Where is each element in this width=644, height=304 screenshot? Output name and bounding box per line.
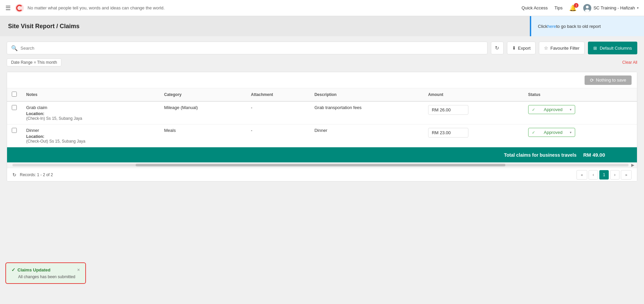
location-value: (Check-Out) Ss 15, Subang Jaya xyxy=(26,139,85,144)
attachment-cell: - xyxy=(246,101,310,124)
total-amount: RM 49.00 xyxy=(583,152,630,158)
notification-badge: 1 xyxy=(574,3,579,8)
category-cell: Meals xyxy=(159,124,246,147)
scroll-right-arrow[interactable]: ▶ xyxy=(631,163,634,167)
notification-bell[interactable]: 🔔 1 xyxy=(569,4,577,12)
claims-table-container: ⟳ Nothing to save Notes Category Attachm… xyxy=(7,72,637,182)
location-info: Location: (Check-In) Ss 15, Subang Jaya xyxy=(26,111,155,121)
claims-table: Notes Category Attachment Description Am… xyxy=(7,88,637,147)
export-icon: ⬇ xyxy=(512,45,516,51)
page-title: Site Visit Report / Claims xyxy=(8,23,80,30)
status-chevron-icon: ▾ xyxy=(570,131,571,134)
table-row: Dinner Location: (Check-Out) Ss 15, Suba… xyxy=(7,124,637,147)
check-icon: ✓ xyxy=(532,130,535,135)
location-label: Location: xyxy=(26,111,44,116)
export-button[interactable]: ⬇ Export xyxy=(507,42,536,54)
description-column-header: Description xyxy=(310,88,423,101)
pagination-controls: « ‹ 1 › » xyxy=(577,170,632,180)
prev-page-button[interactable]: ‹ xyxy=(589,170,598,180)
last-page-button[interactable]: » xyxy=(621,170,632,180)
amount-cell xyxy=(423,101,523,124)
save-spinner-icon: ⟳ xyxy=(590,78,594,83)
page-header: Site Visit Report / Claims Click here to… xyxy=(0,16,644,36)
total-bar: Total claims for business travels RM 49.… xyxy=(7,147,637,162)
toast-check-icon: ✓ xyxy=(11,267,15,272)
pagination-row: ↻ Records: 1 - 2 of 2 « ‹ 1 › » xyxy=(7,168,637,181)
nothing-to-save-button: ⟳ Nothing to save xyxy=(585,75,632,85)
select-all-checkbox[interactable] xyxy=(12,92,17,97)
search-input[interactable] xyxy=(20,46,483,51)
favourite-filter-label: Favourite Filter xyxy=(550,46,580,51)
banner-text: Click xyxy=(538,24,547,29)
row-checkbox[interactable] xyxy=(12,105,17,110)
tagline: No matter what people tell you, words an… xyxy=(28,5,521,10)
old-report-banner: Click here to go back to old report xyxy=(530,16,644,36)
tips-link[interactable]: Tips xyxy=(554,5,562,10)
filter-row: Date Range = This month Clear All xyxy=(7,58,637,66)
select-all-header xyxy=(7,88,21,101)
status-column-header: Status xyxy=(523,88,637,101)
status-dropdown[interactable]: ✓ Approved ▾ xyxy=(528,128,575,137)
amount-input[interactable] xyxy=(428,105,468,115)
description-cell: Grab transportation fees xyxy=(310,101,423,124)
svg-point-3 xyxy=(585,9,590,12)
old-report-link[interactable]: here xyxy=(547,24,556,29)
status-chevron-icon: ▾ xyxy=(570,108,571,111)
amount-column-header: Amount xyxy=(423,88,523,101)
nothing-save-label: Nothing to save xyxy=(596,78,626,83)
table-header: Notes Category Attachment Description Am… xyxy=(7,88,637,101)
notes-column-header: Notes xyxy=(21,88,159,101)
search-icon: 🔍 xyxy=(11,45,18,51)
category-cell: Mileage (Manual) xyxy=(159,101,246,124)
location-value: (Check-In) Ss 15, Subang Jaya xyxy=(26,116,82,121)
toast-title-text: Claims Updated xyxy=(17,267,50,272)
status-cell: ✓ Approved ▾ xyxy=(523,101,637,124)
search-box: 🔍 xyxy=(7,42,488,54)
scrollbar-track xyxy=(12,164,629,166)
toast-message: All changes has been submitted xyxy=(11,274,80,279)
category-column-header: Category xyxy=(159,88,246,101)
user-menu-chevron-icon: ▾ xyxy=(637,6,639,10)
user-menu[interactable]: SC Training - Hafizah ▾ xyxy=(583,4,639,12)
refresh-button[interactable]: ↻ xyxy=(491,42,504,54)
status-label: Approved xyxy=(544,107,562,112)
description-cell: Dinner xyxy=(310,124,423,147)
table-row: Grab claim Location: (Check-In) Ss 15, S… xyxy=(7,101,637,124)
nothing-save-bar: ⟳ Nothing to save xyxy=(7,72,637,88)
toast-close-button[interactable]: × xyxy=(77,267,80,272)
table-body: Grab claim Location: (Check-In) Ss 15, S… xyxy=(7,101,637,147)
status-label: Approved xyxy=(544,130,562,135)
clear-all-button[interactable]: Clear All xyxy=(622,60,637,65)
user-avatar xyxy=(583,4,591,12)
svg-point-2 xyxy=(586,6,589,8)
pagination-refresh-icon[interactable]: ↻ xyxy=(12,172,16,178)
first-page-button[interactable]: « xyxy=(577,170,587,180)
row-checkbox-cell xyxy=(7,101,21,124)
amount-cell xyxy=(423,124,523,147)
banner-suffix: to go back to old report xyxy=(556,24,601,29)
main-content: 🔍 ↻ ⬇ Export ☆ Favourite Filter ⊞ Defaul… xyxy=(0,36,644,187)
horizontal-scrollbar[interactable]: ▶ xyxy=(7,162,637,168)
default-columns-button[interactable]: ⊞ Default Columns xyxy=(588,42,637,54)
status-cell: ✓ Approved ▾ xyxy=(523,124,637,147)
quick-access-link[interactable]: Quick Access xyxy=(521,5,548,10)
columns-icon: ⊞ xyxy=(593,46,597,51)
app-logo xyxy=(15,3,24,13)
toast-header: ✓ Claims Updated × xyxy=(11,267,80,272)
favourite-filter-button[interactable]: ☆ Favourite Filter xyxy=(539,42,585,54)
row-checkbox-cell xyxy=(7,124,21,147)
note-name: Dinner xyxy=(26,128,155,133)
row-checkbox[interactable] xyxy=(12,128,17,133)
page-1-button[interactable]: 1 xyxy=(599,170,609,180)
hamburger-menu[interactable]: ☰ xyxy=(5,4,11,12)
search-toolbar: 🔍 ↻ ⬇ Export ☆ Favourite Filter ⊞ Defaul… xyxy=(7,42,637,54)
default-columns-label: Default Columns xyxy=(600,46,632,51)
next-page-button[interactable]: › xyxy=(610,170,619,180)
scrollbar-thumb[interactable] xyxy=(136,164,505,166)
status-dropdown[interactable]: ✓ Approved ▾ xyxy=(528,105,575,114)
notes-cell: Dinner Location: (Check-Out) Ss 15, Suba… xyxy=(21,124,159,147)
toast-notification: ✓ Claims Updated × All changes has been … xyxy=(5,262,86,284)
date-range-filter-tag[interactable]: Date Range = This month xyxy=(7,58,61,66)
amount-input[interactable] xyxy=(428,128,468,138)
top-navigation: ☰ No matter what people tell you, words … xyxy=(0,0,644,16)
